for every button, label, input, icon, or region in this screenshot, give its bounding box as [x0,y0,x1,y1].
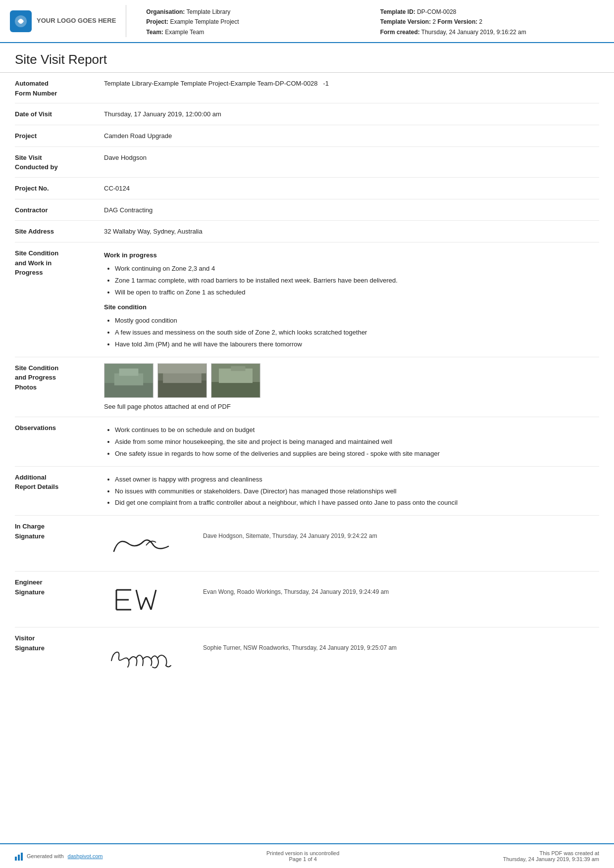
in-charge-signature-row: In ChargeSignature Dave Hodgson, Sitemat… [15,516,599,572]
additional-row: AdditionalReport Details Asset owner is … [15,467,599,516]
in-charge-signature-label: In ChargeSignature [15,521,104,541]
svg-line-18 [136,590,141,610]
site-address-value: 32 Wallaby Way, Sydney, Australia [104,226,599,237]
photo-thumbnails [104,363,599,398]
team-line: Team: Example Team [146,27,365,37]
visitor-sig-area: Sophie Turner, NSW Roadworks, Thursday, … [104,633,599,678]
site-condition-value: Work in progress Work continuing on Zone… [104,247,599,351]
project-row: Project Camden Road Upgrade [15,125,599,147]
observations-label: Observations [15,422,104,433]
form-created-line: Form created: Thursday, 24 January 2019,… [380,27,599,37]
visitor-sig-info: Sophie Turner, NSW Roadworks, Thursday, … [203,633,397,653]
work-in-progress-header: Work in progress [104,250,599,261]
condition-item-2: A few issues and messiness on the south … [115,328,599,338]
template-version-line: Template Version: 2 Form Version: 2 [380,17,599,27]
svg-rect-5 [119,368,139,376]
additional-value: Asset owner is happy with progress and c… [104,472,599,510]
project-no-value: CC-0124 [104,183,599,194]
visitor-signature-row: VisitorSignature [15,627,599,683]
engineer-sig-info: Evan Wong, Roado Workings, Thursday, 24 … [203,578,389,597]
work-item-2: Zone 1 tarmac complete, with road barrie… [115,276,599,286]
date-of-visit-label: Date of Visit [15,108,104,119]
in-charge-sig-image [104,522,183,566]
footer-uncontrolled: Printed version is uncontrolled [266,850,339,856]
add-item-2: No issues with communities or stakeholde… [115,486,599,497]
condition-items-list: Mostly good condition A few issues and m… [104,316,599,349]
observations-value: Work continues to be on schedule and on … [104,422,599,461]
template-id-line: Template ID: DP-COM-0028 [380,7,599,17]
project-no-label: Project No. [15,183,104,193]
condition-item-3: Have told Jim (PM) and he will have the … [115,339,599,350]
svg-line-20 [146,597,151,610]
svg-line-21 [151,590,156,610]
svg-rect-13 [231,366,245,371]
contractor-value: DAG Contracting [104,204,599,216]
logo-text: YOUR LOGO GOES HERE [37,17,116,25]
obs-item-2: Aside from some minor housekeeping, the … [115,437,599,447]
site-condition-row: Site Conditionand Work inProgress Work i… [15,242,599,357]
additional-label: AdditionalReport Details [15,472,104,492]
photos-row: Site Conditionand ProgressPhotos [15,357,599,418]
content: AutomatedForm Number Template Library-Ex… [0,73,614,763]
observations-list: Work continues to be on schedule and on … [104,425,599,459]
additional-list: Asset owner is happy with progress and c… [104,475,599,508]
obs-item-3: One safety issue in regards to how some … [115,449,599,459]
work-item-1: Work continuing on Zone 2,3 and 4 [115,264,599,274]
meta-col-right: Template ID: DP-COM-0028 Template Versio… [380,7,599,37]
obs-item-1: Work continues to be on schedule and on … [115,425,599,435]
site-visit-conducted-row: Site VisitConducted by Dave Hodgson [15,147,599,178]
dashpivot-icon [15,852,23,861]
engineer-signature-value: Evan Wong, Roado Workings, Thursday, 24 … [104,577,599,622]
observations-row: Observations Work continues to be on sch… [15,417,599,466]
project-label: Project [15,130,104,141]
photos-label: Site Conditionand ProgressPhotos [15,362,104,392]
photo-thumb-1 [104,363,154,398]
site-condition-header: Site condition [104,302,599,313]
logo-icon [10,10,32,32]
org-line: Organisation: Template Library [146,7,365,17]
visitor-signature-value: Sophie Turner, NSW Roadworks, Thursday, … [104,632,599,678]
footer-generated-prefix: Generated with [27,853,64,859]
visitor-sig-image [104,633,183,678]
photos-caption: See full page photos attached at end of … [104,402,599,412]
in-charge-sig-info: Dave Hodgson, Sitemate, Thursday, 24 Jan… [203,522,377,541]
footer: Generated with dashpivot.com Printed ver… [0,843,614,868]
site-visit-conducted-label: Site VisitConducted by [15,152,104,172]
engineer-signature-label: EngineerSignature [15,577,104,597]
photos-value: See full page photos attached at end of … [104,362,599,412]
svg-rect-9 [158,364,206,373]
footer-left: Generated with dashpivot.com [15,852,103,861]
engineer-signature-row: EngineerSignature [15,572,599,627]
footer-pdf-date: Thursday, 24 January 2019, 9:31:39 am [503,856,599,862]
add-item-1: Asset owner is happy with progress and c… [115,475,599,485]
engineer-sig-area: Evan Wong, Roado Workings, Thursday, 24 … [104,578,599,622]
contractor-label: Contractor [15,204,104,215]
footer-pdf-created: This PDF was created at [503,850,599,856]
svg-rect-7 [158,381,206,397]
add-item-3: Did get one complaint from a traffic con… [115,498,599,508]
photo-thumb-2 [157,363,207,398]
site-visit-conducted-value: Dave Hodgson [104,152,599,163]
footer-right: This PDF was created at Thursday, 24 Jan… [503,850,599,862]
project-no-row: Project No. CC-0124 [15,178,599,199]
automated-form-number-row: AutomatedForm Number Template Library-Ex… [15,73,599,103]
meta-col-left: Organisation: Template Library Project: … [146,7,365,37]
svg-line-19 [141,597,146,610]
footer-generated-link[interactable]: dashpivot.com [68,853,103,859]
automated-form-number-value: Template Library-Example Template Projec… [104,78,599,89]
project-value: Camden Road Upgrade [104,130,599,142]
header-meta: Organisation: Template Library Project: … [136,5,599,37]
footer-page: Page 1 of 4 [266,856,339,862]
logo-area: YOUR LOGO GOES HERE [10,5,126,37]
work-items-list: Work continuing on Zone 2,3 and 4 Zone 1… [104,264,599,297]
visitor-signature-label: VisitorSignature [15,632,104,653]
report-title: Site Visit Report [0,43,614,73]
svg-rect-11 [211,382,259,397]
footer-center: Printed version is uncontrolled Page 1 o… [266,850,339,862]
site-condition-label: Site Conditionand Work inProgress [15,247,104,278]
date-of-visit-value: Thursday, 17 January 2019, 12:00:00 am [104,108,599,120]
contractor-row: Contractor DAG Contracting [15,199,599,221]
engineer-sig-image [104,578,183,622]
site-address-row: Site Address 32 Wallaby Way, Sydney, Aus… [15,221,599,242]
automated-form-number-label: AutomatedForm Number [15,78,104,98]
